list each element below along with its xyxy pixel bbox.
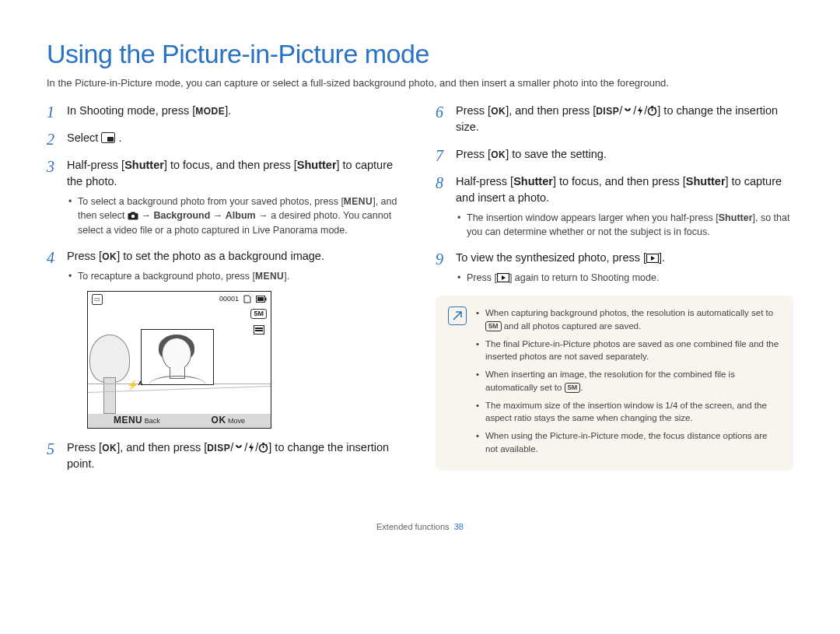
note-item: When capturing background photos, the re…	[476, 306, 781, 332]
resolution-icon: 5M	[250, 309, 267, 319]
step-text: ], and then press [	[506, 104, 596, 117]
step-3: 3 Half-press [Shutter] to focus, and the…	[47, 157, 404, 237]
pip-indicator-icon: ▭	[92, 294, 103, 305]
sub-bullets: To recapture a background photo, press […	[67, 269, 404, 283]
menu-button-glyph: MENU	[344, 196, 373, 207]
step-text: Press [	[67, 250, 102, 262]
menu-button-glyph: MENU	[255, 271, 284, 282]
step-number: 4	[47, 247, 54, 269]
camera-lcd-illustration: ⚡ᴬ ▭ 00001 5M	[87, 291, 271, 429]
step-7: 7 Press [OK] to save the setting.	[436, 146, 793, 163]
macro-icon	[622, 107, 633, 116]
scene: ⚡ᴬ	[88, 292, 271, 414]
step-2: 2 Select .	[47, 130, 404, 146]
step-text: ] to set the photo as a background image…	[117, 250, 324, 262]
steps-left: 1 In Shooting mode, press [MODE]. 2 Sele…	[47, 103, 404, 472]
shot-counter: 00001	[219, 294, 239, 304]
shutter-label: Shutter	[719, 212, 753, 223]
step-number: 9	[436, 248, 443, 271]
manual-page: Using the Picture-in-Picture mode In the…	[0, 0, 840, 555]
shutter-label: Shutter	[124, 159, 164, 171]
playback-icon	[497, 273, 509, 282]
note-text: and all photos captured are saved.	[502, 321, 642, 331]
step-text: ].	[225, 104, 231, 117]
sub-bullet: Press [] again to return to Shooting mod…	[456, 271, 793, 285]
battery-icon	[256, 296, 267, 303]
person-shoulders	[149, 376, 205, 384]
svg-rect-10	[255, 330, 263, 331]
svg-point-4	[131, 215, 135, 218]
arrow: →	[141, 210, 153, 221]
arrow: →	[210, 210, 225, 221]
ok-label: OK	[212, 415, 226, 426]
step-number: 6	[436, 101, 443, 124]
step-text: ], and then press [	[117, 441, 207, 454]
lcd-rightbar: 5M	[250, 309, 267, 335]
note-list: When capturing background photos, the re…	[476, 306, 781, 460]
step-5: 5 Press [OK], and then press [DISP///] t…	[47, 440, 404, 472]
svg-rect-3	[131, 212, 135, 215]
album-label: Album	[226, 210, 256, 221]
sub-bullets: To select a background photo from your s…	[67, 194, 404, 237]
note-text: When capturing background photos, the re…	[485, 308, 773, 317]
sub-text: To recapture a background photo, press [	[78, 271, 255, 282]
ok-button-glyph: OK	[102, 251, 117, 262]
back-label: Back	[145, 417, 160, 425]
step-number: 3	[47, 156, 54, 178]
sub-bullets: Press [] again to return to Shooting mod…	[456, 271, 793, 285]
flash-icon	[247, 443, 255, 453]
footer-section: Extended functions	[376, 522, 450, 531]
sub-text: To select a background photo from your s…	[78, 196, 344, 207]
step-9: 9 To view the synthesized photo, press […	[436, 250, 793, 285]
move-label: Move	[228, 417, 245, 425]
step-text: Half-press [	[456, 175, 513, 187]
step-text: ] to save the setting.	[506, 148, 607, 160]
steps-right: 6 Press [OK], and then press [DISP///] t…	[436, 103, 793, 285]
note-text: .	[580, 383, 583, 392]
sub-text: ] again to return to Shooting mode.	[509, 272, 660, 283]
svg-rect-9	[255, 328, 263, 329]
step-number: 7	[436, 145, 443, 167]
quality-icon	[254, 325, 264, 335]
pip-mode-icon	[101, 132, 115, 143]
step-number: 8	[436, 172, 443, 194]
flash-auto-icon: ⚡ᴬ	[127, 379, 142, 392]
lcd-topbar: ▭ 00001	[92, 294, 267, 305]
playback-icon	[646, 254, 659, 263]
step-text: Press [	[456, 104, 491, 117]
page-footer: Extended functions 38	[47, 522, 793, 531]
right-column: 6 Press [OK], and then press [DISP///] t…	[436, 103, 793, 483]
flash-icon	[636, 106, 644, 116]
pip-inset	[141, 329, 214, 385]
step-text: ] to focus, and then press [	[164, 159, 297, 171]
step-4: 4 Press [OK] to set the photo as a backg…	[47, 248, 404, 429]
note-icon	[448, 306, 467, 325]
step-text: ].	[659, 251, 665, 264]
ok-button-glyph: OK	[102, 443, 117, 454]
step-text: Select	[67, 131, 101, 144]
step-number: 1	[47, 101, 54, 124]
page-intro: In the Picture-in-Picture mode, you can …	[47, 77, 793, 89]
sub-bullet: To select a background photo from your s…	[67, 194, 404, 237]
menu-label: MENU	[114, 415, 142, 426]
disp-button-glyph: DISP	[596, 106, 619, 117]
shutter-label: Shutter	[686, 175, 726, 187]
ok-button-glyph: OK	[491, 149, 506, 160]
note-item: The maximum size of the insertion window…	[476, 399, 781, 425]
sub-text: The insertion window appears larger when…	[467, 212, 719, 223]
sd-card-icon	[243, 295, 251, 303]
page-title: Using the Picture-in-Picture mode	[47, 39, 793, 69]
resolution-chip: 5M	[485, 321, 502, 331]
sub-text: ].	[284, 271, 289, 282]
sub-bullet: The insertion window appears larger when…	[456, 211, 793, 239]
note-text: When inserting an image, the resolution …	[485, 370, 735, 392]
svg-rect-7	[257, 297, 264, 301]
sub-bullet: To recapture a background photo, press […	[67, 269, 404, 283]
camera-icon	[128, 212, 138, 220]
tree-icon	[89, 335, 130, 383]
step-text: To view the synthesized photo, press [	[456, 251, 646, 264]
step-text: In Shooting mode, press [	[67, 104, 195, 117]
mode-button-glyph: MODE	[195, 106, 225, 117]
step-number: 2	[47, 128, 54, 151]
lcd-bottombar: MENU Back OK Move	[88, 414, 271, 428]
